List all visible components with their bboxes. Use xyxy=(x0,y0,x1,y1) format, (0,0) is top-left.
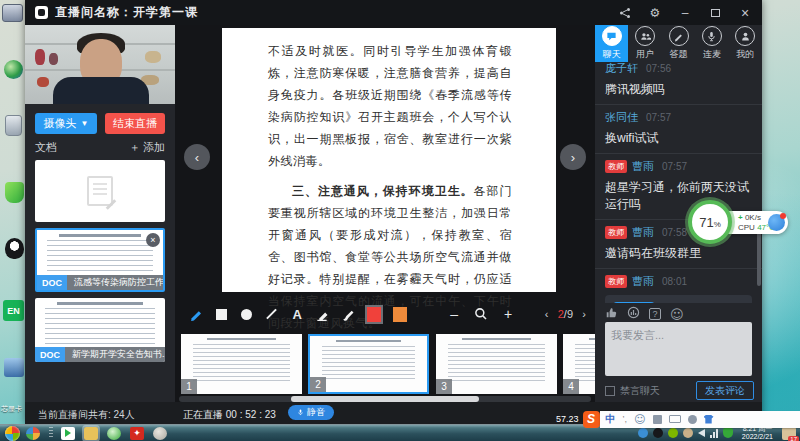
microphone-icon xyxy=(702,26,722,46)
page-thumbnail[interactable]: 4 xyxy=(563,334,595,394)
rectangle-tool-icon[interactable] xyxy=(208,309,233,320)
tray-icon-qq[interactable] xyxy=(653,428,663,438)
taskbar-icon-360-browser[interactable] xyxy=(26,427,40,440)
poll-chart-icon[interactable] xyxy=(627,305,640,323)
soft-keyboard-icon[interactable] xyxy=(669,415,681,423)
emoji-picker-icon[interactable]: ☺ xyxy=(634,413,645,426)
boost-ball-icon[interactable] xyxy=(768,214,785,231)
page-total: /9 xyxy=(564,308,573,320)
close-icon[interactable]: × xyxy=(146,233,160,247)
signin-button[interactable]: 签到 xyxy=(613,302,655,303)
mute-chat-checkbox[interactable] xyxy=(605,386,615,396)
eraser-tool-icon[interactable] xyxy=(310,307,335,321)
chat-message-input[interactable] xyxy=(605,322,752,376)
page-thumbnail[interactable]: 1 xyxy=(181,334,302,394)
text-tool-icon[interactable]: A xyxy=(284,307,309,322)
sogou-logo-icon[interactable]: S xyxy=(583,411,600,428)
tab-chat[interactable]: 聊天 xyxy=(595,25,628,62)
taskbar-icon-chaoxing[interactable]: ✦ xyxy=(130,427,144,440)
page-prev-chevron[interactable]: ‹ xyxy=(536,308,558,320)
page-thumbnail-selected[interactable]: 2 xyxy=(308,334,429,394)
line-tool-icon[interactable] xyxy=(259,313,284,315)
question-card-icon[interactable]: ? xyxy=(649,308,661,320)
network-signal-icon[interactable] xyxy=(710,429,718,438)
message-username: 曹雨 xyxy=(632,225,654,240)
voice-input-icon[interactable] xyxy=(653,415,662,424)
settings-gear-icon[interactable]: ⚙ xyxy=(648,6,662,20)
taskbar-icon-app-grey[interactable] xyxy=(153,427,167,440)
prev-page-button[interactable]: ‹ xyxy=(184,144,210,170)
message-username: 曹雨 xyxy=(632,274,654,289)
tray-icon-sogou-pet[interactable] xyxy=(683,428,693,438)
taskbar-icon-tencent-video[interactable] xyxy=(61,427,75,440)
teacher-badge: 教师 xyxy=(605,275,627,288)
memory-usage-ring[interactable]: 71% xyxy=(688,200,732,244)
zoom-in-button[interactable]: + xyxy=(495,306,522,322)
tab-label: 我的 xyxy=(736,48,754,61)
desktop-icon-recycle-bin[interactable] xyxy=(5,115,22,136)
tab-quiz[interactable]: 答题 xyxy=(662,25,695,62)
pencil-tool-icon[interactable] xyxy=(183,307,208,321)
page-number-badge: 1 xyxy=(181,379,197,394)
chat-message-list[interactable]: 庞子轩07:56 腾讯视频吗 张同佳07:57 换wifi试试 教师曹雨07:5… xyxy=(595,62,762,303)
input-language-toggle[interactable]: 中 xyxy=(606,412,616,426)
tab-mic-connect[interactable]: 连麦 xyxy=(695,25,728,62)
desktop-icon-en-app[interactable]: EN xyxy=(3,300,24,321)
document-item[interactable]: DOC 新学期开学安全告知书... xyxy=(35,298,165,362)
camera-dropdown-button[interactable]: 摄像头▼ xyxy=(35,113,97,134)
maximize-button[interactable] xyxy=(708,6,722,20)
teacher-badge: 教师 xyxy=(605,226,627,239)
chat-action-icons: ? ☺ xyxy=(605,305,684,323)
punctuation-toggle[interactable]: ’, xyxy=(623,414,628,424)
page-thumbnail[interactable]: 3 xyxy=(436,334,557,394)
desktop-icon-360-shield[interactable] xyxy=(5,182,24,203)
taskbar-icon-ie-browser[interactable] xyxy=(107,427,121,440)
color-swatch-orange[interactable] xyxy=(393,307,407,322)
document-viewer: 不适及时就医。同时引导学生加强体育锻炼，注意防寒保暖，注意膳食营养，提高自身免疫… xyxy=(175,25,595,402)
tab-users[interactable]: 用户 xyxy=(628,25,661,62)
desktop-icon-browser-globe[interactable] xyxy=(4,60,23,79)
document-item-selected[interactable]: × DOC 流感等传染病防控工作... xyxy=(35,228,165,292)
share-icon[interactable] xyxy=(618,6,632,20)
security-shield-icon[interactable] xyxy=(723,428,733,438)
color-swatch-red[interactable] xyxy=(367,307,381,322)
taskbar-icon-folder-active[interactable] xyxy=(84,427,98,440)
document-placeholder-card[interactable] xyxy=(35,160,165,222)
minimize-button[interactable]: – xyxy=(678,6,692,20)
desktop-icon-computer[interactable] xyxy=(2,4,23,22)
next-page-button[interactable]: › xyxy=(560,144,586,170)
page-number-badge: 2 xyxy=(310,377,326,392)
zoom-out-button[interactable]: – xyxy=(441,306,468,322)
desktop-icon-qq[interactable] xyxy=(5,238,24,259)
chat-message: 教师曹雨08:01 签到 开学第一课 02-21 08:01 xyxy=(595,268,762,303)
toolbox-icon[interactable] xyxy=(688,415,697,424)
close-button[interactable]: × xyxy=(738,6,752,20)
brush-tool-icon[interactable] xyxy=(335,307,360,321)
mute-button[interactable]: 静音 xyxy=(288,405,334,420)
chat-message: 庞子轩07:56 腾讯视频吗 xyxy=(595,62,762,104)
desktop-icon-graphics-panel[interactable] xyxy=(4,358,24,377)
annotation-toolbar: A – + ‹ 2 /9 › xyxy=(175,298,595,330)
page-next-chevron[interactable]: › xyxy=(573,308,595,320)
emoji-smiley-icon[interactable]: ☺ xyxy=(670,307,684,322)
magnifier-icon[interactable] xyxy=(468,307,495,321)
end-live-button[interactable]: 结束直播 xyxy=(105,113,165,134)
volume-icon[interactable] xyxy=(698,429,705,437)
microphone-icon xyxy=(297,408,304,417)
add-document-button[interactable]: ＋添加 xyxy=(129,140,165,155)
skin-icon[interactable] xyxy=(704,415,714,424)
pencil-icon xyxy=(669,26,689,46)
thumbs-up-icon[interactable] xyxy=(605,305,618,323)
message-username: 庞子轩 xyxy=(605,62,638,76)
tab-label: 答题 xyxy=(670,48,688,61)
tab-label: 连麦 xyxy=(703,48,721,61)
page-number-badge: 4 xyxy=(563,379,579,394)
taskbar-icon-notifications[interactable]: 17 xyxy=(782,427,796,440)
tray-icon-360[interactable] xyxy=(668,428,678,438)
start-button[interactable] xyxy=(5,426,20,441)
tray-icon-driver[interactable] xyxy=(638,428,648,438)
tab-mine[interactable]: 我的 xyxy=(729,25,762,62)
circle-tool-icon[interactable] xyxy=(234,309,259,320)
post-comment-button[interactable]: 发表评论 xyxy=(696,381,754,400)
system-monitor-widget[interactable]: + 0K/s CPU 47°C 71% xyxy=(688,200,788,246)
